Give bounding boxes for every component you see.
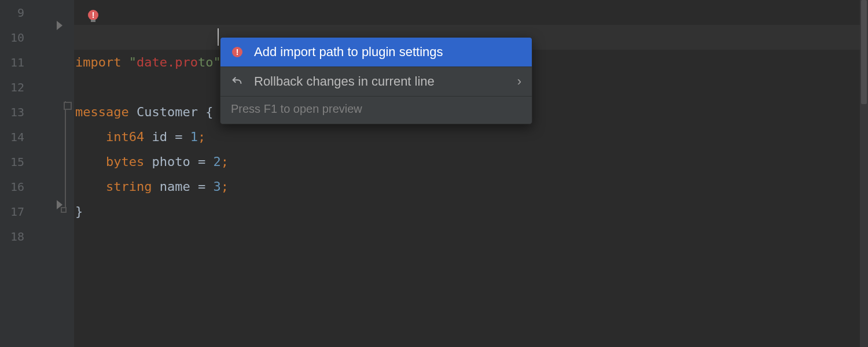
code-line[interactable] (74, 0, 868, 25)
line-number: 10 (10, 31, 74, 45)
code-line[interactable]: string name = 3 ; (74, 174, 868, 199)
popup-hint: Press F1 to open preview (220, 97, 532, 124)
import-path-error: date.pro (137, 55, 198, 69)
string-quote: " (129, 55, 137, 69)
code-line[interactable] (74, 224, 868, 249)
field-type: bytes (106, 154, 152, 169)
assign-op: = (198, 179, 214, 194)
intention-item-rollback[interactable]: Rollback changes in current line › (220, 67, 532, 96)
gutter-line: 10 (0, 25, 74, 50)
semicolon: ; (221, 154, 229, 169)
keyword-message: message (75, 105, 137, 119)
intention-bulb-icon[interactable]: ! (88, 9, 98, 20)
intention-popup: ! Add import path to plugin settings Rol… (220, 37, 532, 124)
gutter-line: 9 (0, 0, 74, 25)
text-caret (218, 28, 219, 46)
type-name: Customer (137, 105, 205, 119)
gutter: 9 10 11 12 13 14 15 16 17 18 (0, 0, 74, 347)
field-tag: 1 (190, 130, 198, 144)
field-type: string (106, 179, 160, 194)
field-tag: 3 (213, 179, 220, 194)
field-tag: 2 (213, 154, 220, 169)
intention-item-add-import-path[interactable]: ! Add import path to plugin settings (220, 38, 532, 67)
field-name: id (152, 130, 175, 144)
gutter-line: 15 (0, 149, 74, 174)
chevron-right-icon: › (517, 74, 521, 89)
semicolon: ; (221, 179, 229, 194)
code-line[interactable]: int64 id = 1 ; (74, 124, 868, 149)
semicolon: ; (198, 130, 205, 144)
code-line[interactable]: bytes photo = 2 ; (74, 149, 868, 174)
scrollbar-thumb[interactable] (861, 0, 867, 104)
brace-open: { (205, 105, 213, 119)
indent (75, 179, 106, 194)
brace-close: } (75, 204, 83, 219)
line-number: 11 (10, 56, 74, 69)
field-type: int64 (106, 130, 152, 144)
undo-icon (231, 74, 244, 89)
fold-region-end-icon[interactable] (65, 207, 73, 213)
gutter-line: 18 (0, 224, 74, 249)
gutter-line: 11 (0, 50, 74, 75)
field-name: photo (152, 154, 197, 169)
assign-op: = (175, 130, 190, 144)
line-number: 9 (17, 6, 74, 20)
gutter-line: 14 (0, 124, 74, 149)
fold-expand-icon[interactable] (57, 21, 62, 30)
indent (75, 130, 106, 144)
vertical-scrollbar[interactable] (860, 0, 868, 347)
code-line[interactable]: } (74, 199, 868, 224)
line-number: 12 (10, 80, 74, 94)
field-name: name (160, 179, 198, 194)
intention-label: Rollback changes in current line (254, 74, 435, 89)
assign-op: = (198, 154, 214, 169)
keyword-import: import (75, 55, 129, 69)
line-number: 18 (10, 230, 74, 243)
indent (75, 154, 106, 169)
error-bulb-icon: ! (231, 45, 244, 60)
string-tail: to" (198, 55, 221, 69)
intention-label: Add import path to plugin settings (254, 45, 443, 60)
fold-region-start-icon[interactable] (65, 101, 73, 209)
gutter-line: 16 (0, 174, 74, 199)
gutter-line: 12 (0, 75, 74, 99)
